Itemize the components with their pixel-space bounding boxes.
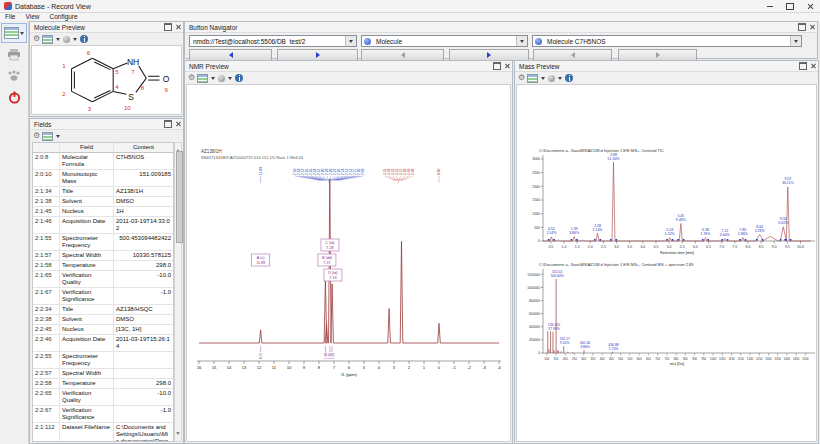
- maximize-button[interactable]: [780, 0, 800, 12]
- atom-number: 9: [164, 86, 168, 93]
- dot-icon[interactable]: [63, 36, 70, 43]
- float-panel-icon[interactable]: [164, 120, 172, 128]
- molecule-canvas[interactable]: NHSO12345678910: [31, 45, 182, 115]
- scroll-down-icon[interactable]: [176, 432, 180, 439]
- record-table-button[interactable]: [1, 23, 27, 43]
- atom-number: 2: [62, 90, 66, 97]
- gear-icon[interactable]: ⚙: [33, 35, 40, 43]
- menu-file[interactable]: File: [5, 13, 15, 21]
- table-icon[interactable]: [527, 74, 538, 83]
- table-row[interactable]: 2:1:55Spectrometer Frequency500.45309448…: [33, 234, 173, 251]
- prev-record-button[interactable]: [189, 49, 272, 61]
- structure-search-button[interactable]: [2, 67, 26, 85]
- table-icon[interactable]: [42, 132, 53, 141]
- cell-content: -10.0: [113, 271, 173, 287]
- navigator-panel-titlebar: Button Navigator: [185, 22, 817, 33]
- dot-icon[interactable]: [548, 75, 555, 82]
- atom-number: 7: [131, 68, 135, 75]
- chevron-down-icon[interactable]: [211, 77, 215, 80]
- table-row[interactable]: 2:1:45Nucleus1H: [33, 207, 173, 217]
- fields-scrollbar[interactable]: [174, 142, 182, 442]
- power-button[interactable]: [2, 88, 26, 106]
- dot-icon[interactable]: [218, 75, 225, 82]
- combo-dropdown-button[interactable]: [516, 36, 527, 46]
- table-row[interactable]: 2:1:58Temperature298.0: [33, 261, 173, 271]
- cell-id: 2:2:58: [33, 379, 59, 388]
- cell-field: Spectral Width: [59, 251, 113, 260]
- close-panel-icon[interactable]: [810, 63, 816, 69]
- chevron-down-icon[interactable]: [541, 77, 545, 80]
- chevron-down-icon[interactable]: [73, 38, 77, 41]
- table-row[interactable]: 2:2:57Spectral Width: [33, 369, 173, 379]
- combo-dropdown-button[interactable]: [345, 36, 356, 46]
- table-row[interactable]: 2:1:38SolventDMSO: [33, 197, 173, 207]
- arrow-left-icon: [571, 52, 575, 58]
- cell-id: 2:2:55: [33, 352, 59, 368]
- float-panel-icon[interactable]: [798, 23, 806, 31]
- float-panel-icon[interactable]: [493, 62, 501, 70]
- mass-canvas[interactable]: C:\Documents a...Sara\MS\AZ138.d Injecti…: [516, 84, 817, 442]
- gear-icon[interactable]: ⚙: [188, 74, 195, 82]
- info-icon[interactable]: [565, 74, 573, 82]
- cell-field: Dataset FileName: [59, 423, 113, 442]
- atom-number: 10: [124, 104, 131, 111]
- gear-icon[interactable]: ⚙: [518, 74, 525, 82]
- table-row[interactable]: 2:2:45Nucleus[13C, 1H]: [33, 325, 173, 335]
- axis-tick: 15: [212, 365, 217, 370]
- info-icon[interactable]: [80, 35, 88, 43]
- menu-view[interactable]: View: [25, 13, 39, 21]
- chevron-down-icon: [794, 40, 798, 43]
- print-button[interactable]: [2, 46, 26, 64]
- fields-table-body: 2:0:8Molecular FormulaC7H5NOS2:0:10Monoi…: [33, 153, 173, 442]
- table-row[interactable]: 2:1:57Spectral Width10330.578125: [33, 251, 173, 261]
- table-row[interactable]: 2:1:65Verification Quality-10.0: [33, 271, 173, 288]
- table-row[interactable]: 2:1:46Acquisition Date2011-03-19T14:33:0…: [33, 217, 173, 234]
- table-icon[interactable]: [42, 35, 53, 44]
- chevron-down-icon[interactable]: [558, 77, 562, 80]
- database-path-combo[interactable]: nmdb://Test@localhost:5506/DB_test/2: [189, 35, 357, 47]
- close-button[interactable]: [800, 0, 820, 12]
- table-row[interactable]: 2:1:67Verification Significance-1.0: [33, 288, 173, 305]
- nmr-canvas[interactable]: AZ138/1HSN4571341809 AZ10000737-014 151.…: [186, 84, 511, 442]
- next-item-type-button[interactable]: [449, 49, 529, 61]
- close-panel-icon[interactable]: [809, 24, 815, 30]
- table-row[interactable]: 2:2:34TitleAZ138/HSQC: [33, 305, 173, 315]
- axis-tick: 1200000: [527, 273, 540, 277]
- close-panel-icon[interactable]: [504, 63, 510, 69]
- tic-trace: [543, 162, 811, 241]
- float-panel-icon[interactable]: [164, 23, 172, 31]
- item-type-combo[interactable]: Molecule: [361, 35, 528, 47]
- close-panel-icon[interactable]: [175, 121, 181, 127]
- close-panel-icon[interactable]: [175, 24, 181, 30]
- next-molecule-button[interactable]: [618, 49, 697, 61]
- table-icon[interactable]: [197, 74, 208, 83]
- table-row[interactable]: 2:2:55Spectrometer Frequency: [33, 352, 173, 369]
- table-row[interactable]: 2:1:112Dataset FileNameC:\Documents and …: [33, 423, 173, 442]
- table-row[interactable]: 2:1:34TitleAZ138/1H: [33, 187, 173, 197]
- molecule-item-value: Molecule C7H5NOS: [544, 38, 790, 45]
- prev-item-type-button[interactable]: [361, 49, 444, 61]
- table-row[interactable]: 2:2:38SolventDMSO: [33, 315, 173, 325]
- table-row[interactable]: 2:2:46Acquisition Date2011-03-19T15:26:1…: [33, 335, 173, 352]
- float-panel-icon[interactable]: [799, 62, 807, 70]
- combo-dropdown-button[interactable]: [790, 36, 801, 46]
- table-row[interactable]: 2:2:58Temperature298.0: [33, 379, 173, 389]
- table-row[interactable]: 2:2:65Verification Quality-10.0: [33, 389, 173, 406]
- table-row[interactable]: 2:2:67Verification Significance-1.0: [33, 406, 173, 423]
- chevron-down-icon[interactable]: [56, 38, 60, 41]
- axis-tick: 950: [701, 357, 706, 361]
- cell-field: Acquisition Date: [59, 335, 113, 351]
- minimize-button[interactable]: [760, 0, 780, 12]
- chevron-down-icon[interactable]: [228, 77, 232, 80]
- menu-configure[interactable]: Configure: [49, 13, 77, 21]
- gear-icon[interactable]: ⚙: [33, 132, 40, 140]
- scrollbar-thumb[interactable]: [176, 151, 183, 243]
- molecule-item-combo[interactable]: Molecule C7H5NOS: [532, 35, 802, 47]
- next-record-button[interactable]: [277, 49, 358, 61]
- peak-label: 0.00: [437, 168, 441, 175]
- prev-molecule-button[interactable]: [533, 49, 612, 61]
- info-icon[interactable]: [235, 74, 243, 82]
- table-row[interactable]: 2:0:10Monoisotopic Mass151.009185: [33, 170, 173, 187]
- chevron-down-icon[interactable]: [56, 135, 60, 138]
- table-row[interactable]: 2:0:8Molecular FormulaC7H5NOS: [33, 153, 173, 170]
